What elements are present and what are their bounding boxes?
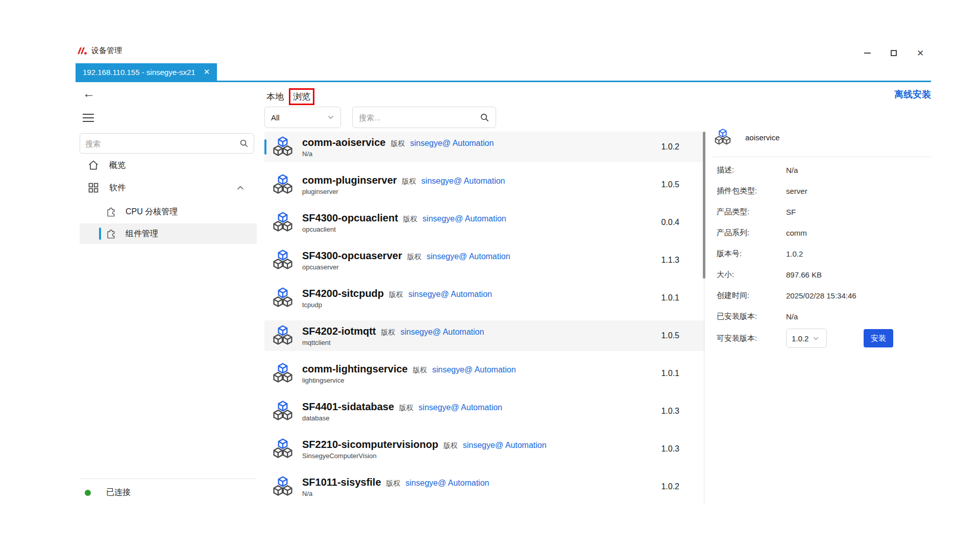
package-row[interactable]: SF4300-opcuaserver 版权 sinsegye@ Automati… xyxy=(264,245,705,276)
package-cubes-icon xyxy=(272,362,294,385)
package-info: SF4200-sitcpudp 版权 sinsegye@ Automation … xyxy=(302,288,492,309)
category-select-value: All xyxy=(271,113,280,122)
maximize-icon[interactable] xyxy=(889,48,898,58)
field-label: 插件包类型: xyxy=(717,186,786,196)
sinsegye-logo-icon xyxy=(76,46,87,56)
package-subtitle: SinsegyeComputerVision xyxy=(302,452,547,460)
field-value: N/a xyxy=(786,166,798,174)
puzzle-icon xyxy=(106,228,117,239)
connection-tab-label: 192.168.110.155 - sinsegye-sx21 xyxy=(83,68,195,77)
package-info: comm-aoiservice 版权 sinsegye@ Automation … xyxy=(302,137,494,158)
vendor-link[interactable]: sinsegye@ Automation xyxy=(419,403,502,412)
scrollbar-thumb[interactable] xyxy=(703,132,705,279)
field-label: 大小: xyxy=(717,270,786,280)
package-cubes-icon xyxy=(272,173,294,196)
package-row[interactable]: comm-lightingservice 版权 sinsegye@ Automa… xyxy=(264,358,705,389)
package-row[interactable]: SF4202-iotmqtt 版权 sinsegye@ Automation m… xyxy=(264,320,705,351)
view-tabs: 本地 浏览 xyxy=(266,88,314,105)
close-window-icon[interactable]: ✕ xyxy=(916,48,925,58)
package-cubes-icon xyxy=(714,128,732,146)
vendor-link[interactable]: sinsegye@ Automation xyxy=(406,479,489,488)
package-version: 1.0.2 xyxy=(661,482,679,491)
package-name: SF4202-iotmqtt xyxy=(302,325,376,337)
sidebar-item-overview[interactable]: 概览 xyxy=(80,156,257,175)
back-arrow-icon[interactable]: ← xyxy=(83,86,95,101)
package-row[interactable]: comm-aoiservice 版权 sinsegye@ Automation … xyxy=(264,132,705,162)
package-version: 1.0.1 xyxy=(661,369,679,378)
install-button[interactable]: 安装 xyxy=(864,329,893,347)
package-info: comm-pluginserver 版权 sinsegye@ Automatio… xyxy=(302,174,505,195)
status-label: 已连接 xyxy=(106,487,131,498)
package-cubes-icon xyxy=(272,136,294,158)
package-subtitle: N/a xyxy=(302,150,494,158)
sidebar-item-label: 概览 xyxy=(109,160,126,171)
copyright-label: 版权 xyxy=(413,366,427,375)
connection-tab[interactable]: 192.168.110.155 - sinsegye-sx21 ✕ xyxy=(76,63,217,81)
package-name: comm-aoiservice xyxy=(302,137,385,148)
vendor-link[interactable]: sinsegye@ Automation xyxy=(463,441,547,450)
category-select[interactable]: All xyxy=(264,107,341,128)
field-label: 创建时间: xyxy=(717,291,786,300)
package-search-input[interactable] xyxy=(359,113,480,122)
package-row[interactable]: SF4401-sidatabase 版权 sinsegye@ Automatio… xyxy=(264,396,705,427)
app-title: 设备管理 xyxy=(91,46,122,56)
chevron-down-icon xyxy=(813,335,819,342)
tab-local[interactable]: 本地 xyxy=(266,91,284,103)
vendor-link[interactable]: sinsegye@ Automation xyxy=(410,139,494,148)
sidebar-item-component-management[interactable]: 组件管理 xyxy=(80,223,257,244)
field-value: N/a xyxy=(786,312,798,321)
search-icon xyxy=(480,113,489,122)
vendor-link[interactable]: sinsegye@ Automation xyxy=(427,252,510,261)
copyright-label: 版权 xyxy=(402,177,416,186)
sidebar-search-input[interactable] xyxy=(85,139,239,148)
field-value: comm xyxy=(786,229,807,237)
package-version: 0.0.4 xyxy=(661,218,679,227)
package-info: SF4300-opcuaserver 版权 sinsegye@ Automati… xyxy=(302,250,510,271)
package-row[interactable]: SF4200-sitcpudp 版权 sinsegye@ Automation … xyxy=(264,283,705,313)
package-cubes-icon xyxy=(272,287,294,309)
sidebar-item-cpu-core-management[interactable]: CPU 分核管理 xyxy=(80,202,257,222)
package-cubes-icon xyxy=(272,438,294,460)
package-version: 1.0.3 xyxy=(661,444,679,454)
vendor-link[interactable]: sinsegye@ Automation xyxy=(408,290,492,299)
field-label: 可安装版本: xyxy=(717,334,786,343)
package-name: SF2210-sicomputervisionop xyxy=(302,439,438,450)
field-value: 1.0.2 xyxy=(786,249,803,258)
tab-browse[interactable]: 浏览 xyxy=(293,92,310,102)
main-content: 本地 浏览 离线安装 All xyxy=(264,82,706,516)
chevron-up-icon[interactable] xyxy=(236,184,244,192)
package-name: comm-lightingservice xyxy=(302,363,408,375)
package-cubes-icon xyxy=(272,400,294,422)
package-row[interactable]: SF2210-sicomputervisionop 版权 sinsegye@ A… xyxy=(264,434,705,464)
package-info: SF1011-sisysfile 版权 sinsegye@ Automation… xyxy=(302,477,489,497)
detail-field-row: 已安装版本: N/a xyxy=(717,306,927,327)
package-row[interactable]: comm-pluginserver 版权 sinsegye@ Automatio… xyxy=(264,169,705,200)
package-subtitle: mqttclient xyxy=(302,339,484,346)
vendor-link[interactable]: sinsegye@ Automation xyxy=(422,177,505,186)
sidebar-divider xyxy=(80,479,257,479)
sidebar-item-software[interactable]: 软件 xyxy=(80,178,257,197)
copyright-label: 版权 xyxy=(389,290,403,299)
copyright-label: 版权 xyxy=(386,479,401,488)
field-label: 描述: xyxy=(717,165,786,175)
vendor-link[interactable]: sinsegye@ Automation xyxy=(432,365,516,374)
sidebar-item-label: CPU 分核管理 xyxy=(126,207,178,217)
selected-indicator-bar xyxy=(99,228,101,240)
package-search xyxy=(352,107,496,128)
detail-fields: 描述: N/a 插件包类型: server 产品类型: SF 产品系列: com… xyxy=(717,160,927,327)
minimize-icon[interactable] xyxy=(863,48,872,58)
vendor-link[interactable]: sinsegye@ Automation xyxy=(400,328,484,337)
version-select[interactable]: 1.0.2 xyxy=(786,329,827,348)
package-name: SF4300-opcuaserver xyxy=(302,250,402,262)
package-row[interactable]: SF4300-opcuaclient 版权 sinsegye@ Automati… xyxy=(264,207,705,238)
vendor-link[interactable]: sinsegye@ Automation xyxy=(423,214,506,223)
sidebar-search xyxy=(80,133,254,154)
detail-field-row: 创建时间: 2025/02/28 15:34:46 xyxy=(717,285,927,306)
hamburger-menu-icon[interactable] xyxy=(83,114,94,122)
detail-title: aoiservice xyxy=(745,133,780,142)
package-subtitle: database xyxy=(302,414,502,422)
grid-icon xyxy=(88,182,99,193)
package-row[interactable]: SF1011-sisysfile 版权 sinsegye@ Automation… xyxy=(264,471,705,502)
tab-close-icon[interactable]: ✕ xyxy=(204,67,210,77)
package-version: 1.0.1 xyxy=(661,293,679,303)
